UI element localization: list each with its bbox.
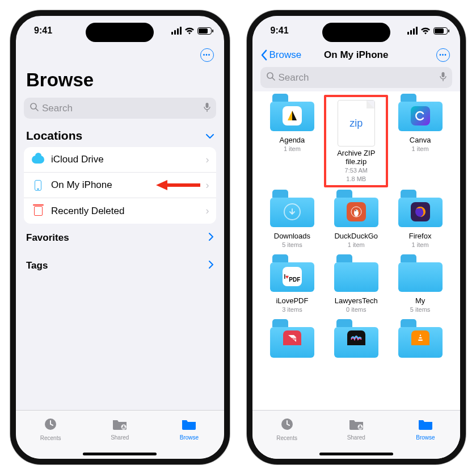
trash-icon (31, 206, 45, 216)
item-time: 7:53 AM (345, 167, 368, 174)
item-size: 1.8 MB (346, 175, 366, 183)
item-meta: 1 item (284, 145, 301, 153)
tab-shared[interactable]: Shared (85, 411, 154, 447)
mic-icon[interactable] (204, 102, 210, 114)
location-icloud[interactable]: iCloud Drive › (24, 147, 216, 173)
mic-icon[interactable] (440, 72, 446, 83)
folder-partial-3[interactable] (388, 320, 452, 350)
svg-rect-2 (205, 103, 208, 108)
clock-icon (44, 417, 57, 433)
tab-recents[interactable]: Recents (16, 411, 85, 447)
item-meta: 0 items (346, 306, 366, 313)
favorites-label: Favorites (26, 232, 69, 244)
svg-text:PDF: PDF (290, 337, 297, 341)
tags-label: Tags (26, 260, 48, 271)
search-input[interactable]: Search (260, 67, 453, 88)
item-meta: 5 items (410, 306, 430, 313)
locations-label: Locations (26, 129, 82, 143)
svg-rect-24 (419, 336, 422, 337)
svg-marker-14 (292, 111, 297, 120)
chevron-right-icon (209, 232, 214, 244)
tab-bar: Recents Shared Browse (252, 410, 461, 459)
home-indicator[interactable] (319, 453, 393, 455)
folder-downloads[interactable]: Downloads 5 items (260, 191, 325, 252)
tab-label: Shared (347, 434, 365, 441)
zip-file-icon: zip (338, 100, 375, 146)
pdf-app-icon: PDF (283, 330, 301, 345)
chevron-right-icon: › (206, 205, 209, 217)
shared-folder-icon (349, 418, 364, 433)
chevron-right-icon: › (206, 179, 209, 191)
folder-my[interactable]: My 5 items (388, 256, 452, 317)
item-meta: 5 items (282, 241, 302, 249)
locations-header[interactable]: Locations (16, 124, 224, 147)
more-button[interactable]: ••• (200, 48, 214, 62)
location-recently-deleted[interactable]: Recently Deleted › (24, 198, 216, 224)
folder-firefox[interactable]: Firefox 1 item (388, 191, 452, 252)
battery-icon (433, 27, 448, 35)
canva-app-icon (411, 106, 430, 125)
item-meta: 1 item (412, 145, 429, 153)
search-input[interactable]: Search (24, 98, 216, 119)
folder-agenda[interactable]: Agenda 1 item (260, 95, 325, 187)
svg-line-1 (36, 108, 38, 111)
tab-label: Browse (180, 434, 199, 441)
procreate-app-icon (347, 330, 365, 345)
svg-marker-5 (156, 180, 167, 190)
item-name: Downloads (274, 232, 310, 240)
folder-icon (182, 418, 196, 433)
folder-icon (418, 418, 433, 433)
tab-browse[interactable]: Browse (391, 411, 460, 447)
clock-icon (280, 417, 294, 433)
tab-shared[interactable]: Shared (322, 411, 391, 447)
phone-frame-browse: 9:41 ••• Browse Search Locations (10, 10, 230, 464)
item-name: Canva (410, 136, 431, 144)
folder-lawyerstech[interactable]: LawyersTech 0 items (324, 256, 388, 317)
nav-bar: ••• (16, 45, 224, 65)
cellular-icon (171, 27, 182, 35)
chevron-down-icon (206, 130, 214, 142)
folder-partial-1[interactable]: PDF (260, 320, 325, 350)
item-name: DuckDuckGo (334, 232, 378, 240)
svg-point-19 (355, 210, 356, 211)
tab-browse[interactable]: Browse (154, 411, 224, 447)
cellular-icon (407, 27, 418, 35)
dynamic-island (322, 23, 390, 42)
file-archive-zip[interactable]: zip Archive ZIP file.zip 7:53 AM 1.8 MB (324, 95, 388, 187)
item-name: LawyersTech (335, 296, 378, 305)
dynamic-island (86, 23, 154, 42)
chevron-right-icon (209, 259, 214, 271)
tab-recents[interactable]: Recents (252, 411, 322, 447)
folder-partial-2[interactable] (324, 320, 388, 350)
tags-header[interactable]: Tags (16, 252, 224, 279)
more-button[interactable]: ••• (436, 48, 450, 62)
wifi-icon (184, 27, 195, 35)
folder-grid[interactable]: Agenda 1 item zip Archive ZIP file.zip 7… (252, 91, 461, 410)
duckduckgo-app-icon (347, 202, 366, 221)
locations-list: iCloud Drive › On My iPhone › Recently D… (24, 147, 216, 224)
phone-icon (31, 180, 45, 191)
favorites-header[interactable]: Favorites (16, 224, 224, 252)
folder-ilovepdf[interactable]: I♥PDF iLovePDF 3 items (260, 256, 325, 317)
page-title: Browse (16, 65, 224, 95)
nav-bar: Browse On My iPhone ••• (252, 45, 461, 65)
firefox-app-icon (411, 202, 430, 221)
status-time: 9:41 (271, 26, 289, 36)
folder-duckduckgo[interactable]: DuckDuckGo 1 item (324, 191, 388, 252)
search-placeholder: Search (279, 72, 440, 83)
zip-badge: zip (349, 118, 363, 129)
item-name: Agenda (280, 136, 305, 144)
tab-label: Shared (111, 434, 129, 441)
shared-folder-icon (112, 418, 127, 433)
svg-rect-11 (442, 72, 445, 77)
wifi-icon (420, 27, 431, 35)
item-name: Firefox (409, 232, 432, 240)
row-label: iCloud Drive (51, 154, 206, 165)
location-on-my-iphone[interactable]: On My iPhone › (24, 173, 216, 198)
search-icon (30, 102, 39, 114)
folder-canva[interactable]: Canva 1 item (388, 95, 452, 187)
home-indicator[interactable] (83, 453, 157, 455)
battery-icon (197, 27, 212, 35)
tab-label: Browse (416, 434, 435, 441)
back-button[interactable]: Browse (260, 49, 302, 61)
